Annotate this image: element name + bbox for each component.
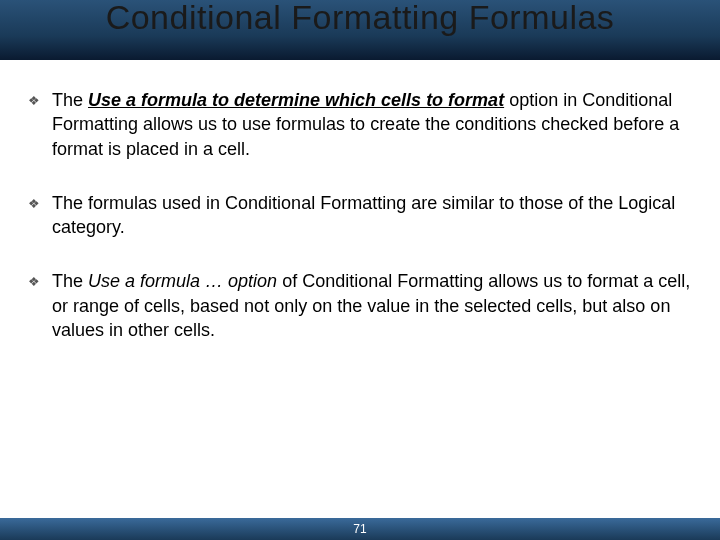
bullet-item: ❖ The Use a formula to determine which c…: [28, 88, 692, 161]
text-run: The: [52, 90, 88, 110]
page-number: 71: [353, 522, 366, 536]
emphasis-run: Use a formula to determine which cells t…: [88, 90, 504, 110]
footer-bar: 71: [0, 518, 720, 540]
text-run: The: [52, 271, 88, 291]
bullet-item: ❖ The formulas used in Conditional Forma…: [28, 191, 692, 240]
diamond-bullet-icon: ❖: [28, 191, 52, 213]
emphasis-run: Use a formula … option: [88, 271, 277, 291]
diamond-bullet-icon: ❖: [28, 88, 52, 110]
title-band: Conditional Formatting Formulas: [0, 0, 720, 60]
bullet-text: The Use a formula … option of Conditiona…: [52, 269, 692, 342]
diamond-bullet-icon: ❖: [28, 269, 52, 291]
text-run: The formulas used in Conditional Formatt…: [52, 193, 675, 237]
slide-title: Conditional Formatting Formulas: [0, 0, 720, 37]
bullet-text: The formulas used in Conditional Formatt…: [52, 191, 692, 240]
bullet-item: ❖ The Use a formula … option of Conditio…: [28, 269, 692, 342]
bullet-text: The Use a formula to determine which cel…: [52, 88, 692, 161]
content-area: ❖ The Use a formula to determine which c…: [0, 60, 720, 342]
